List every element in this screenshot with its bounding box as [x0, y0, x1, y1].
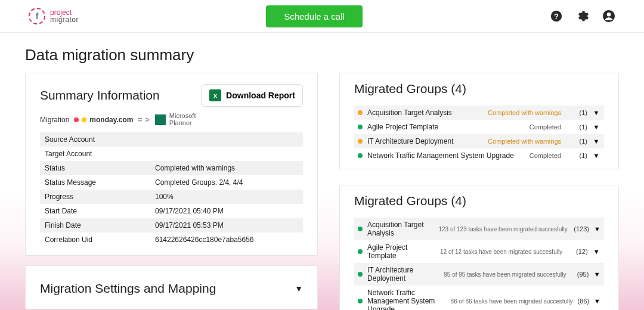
- summary-row-label: Correlation Uid: [45, 235, 155, 244]
- summary-row-label: Target Account: [45, 150, 155, 158]
- group-status-row[interactable]: Acquisition Target AnalysisCompleted wit…: [354, 106, 604, 120]
- migration-label: Migration: [40, 116, 69, 124]
- chevron-down-icon[interactable]: ▼: [295, 284, 303, 293]
- group-status-row[interactable]: IT Architecture DeploymentCompleted with…: [354, 134, 604, 148]
- source-brand: monday.com: [74, 116, 133, 124]
- status-dot-icon: [358, 139, 363, 144]
- chevron-down-icon[interactable]: ▼: [592, 138, 600, 145]
- group-count: (95): [571, 271, 589, 278]
- settings-card: Migration Settings and Mapping ▼: [25, 265, 318, 309]
- group-count: (1): [566, 109, 587, 116]
- summary-row: Finish Date09/17/2021 05:53 PM: [40, 218, 303, 232]
- summary-row: Correlation Uid61422626426cc180e7aba5656: [40, 232, 303, 247]
- summary-row: Target Account: [40, 147, 303, 161]
- group-name: Acquisition Target Analysis: [367, 108, 483, 117]
- summary-row-label: Start Date: [45, 207, 155, 215]
- chevron-down-icon[interactable]: ▼: [593, 248, 600, 255]
- chevron-down-icon[interactable]: ▼: [592, 152, 600, 159]
- brand-logo: f project migrator: [29, 8, 79, 24]
- group-tasks-row[interactable]: Agile Project Template12 of 12 tasks hav…: [354, 240, 604, 263]
- chevron-down-icon[interactable]: ▼: [593, 271, 600, 278]
- groups-tasks-heading: Migrated Groups (4): [354, 194, 604, 208]
- group-task-message: 95 of 95 tasks have been migrated succes…: [444, 271, 566, 278]
- brand-mark-icon: f: [29, 8, 45, 24]
- status-dot-icon: [358, 249, 363, 254]
- summary-row: Start Date09/17/2021 05:40 PM: [40, 204, 303, 218]
- group-count: (86): [578, 297, 590, 305]
- download-report-button[interactable]: x Download Report: [202, 84, 303, 107]
- summary-row-value: Completed Groups: 2/4, 4/4: [155, 178, 243, 187]
- source-brand-text: monday.com: [89, 116, 133, 124]
- group-name: Agile Project Template: [367, 243, 435, 260]
- status-dot-icon: [358, 110, 363, 115]
- group-status-row[interactable]: Agile Project TemplateCompleted(1)▼: [354, 120, 604, 134]
- chevron-down-icon[interactable]: ▼: [592, 109, 600, 116]
- help-icon[interactable]: ?: [550, 10, 563, 23]
- group-count: (123): [572, 225, 589, 232]
- excel-icon: x: [209, 89, 221, 101]
- summary-row-label: Source Account: [45, 135, 155, 144]
- monday-dot-icon: [74, 117, 79, 122]
- group-count: (1): [566, 123, 587, 131]
- status-dot-icon: [358, 227, 363, 231]
- group-status: Completed: [530, 123, 561, 131]
- gear-icon[interactable]: [576, 10, 589, 23]
- summary-row-label: Finish Date: [45, 221, 155, 230]
- page-title: Data migration summary: [25, 46, 619, 64]
- summary-row-value: Completed with warnings: [155, 164, 235, 172]
- group-name: Network Traffic Management System Upgrad…: [367, 151, 525, 160]
- group-count: (1): [566, 152, 587, 159]
- summary-row-label: Progress: [45, 193, 155, 201]
- account-icon[interactable]: [602, 10, 615, 23]
- schedule-call-button[interactable]: Schedule a call: [266, 5, 363, 27]
- app-header: f project migrator Schedule a call ?: [0, 0, 644, 33]
- group-tasks-row[interactable]: Acquisition Target Analysis123 of 123 ta…: [354, 218, 604, 240]
- monday-dot-icon: [82, 117, 86, 122]
- status-dot-icon: [358, 299, 363, 303]
- summary-row-label: Status: [45, 164, 155, 172]
- group-name: Network Traffic Management System Upgrad…: [367, 289, 445, 310]
- status-dot-icon: [358, 272, 363, 277]
- summary-row: StatusCompleted with warnings: [40, 161, 303, 175]
- group-name: Agile Project Template: [367, 123, 525, 131]
- chevron-down-icon[interactable]: ▼: [592, 123, 600, 131]
- settings-heading: Migration Settings and Mapping: [40, 281, 216, 296]
- chevron-down-icon[interactable]: ▼: [594, 225, 600, 232]
- summary-row-value: 09/17/2021 05:53 PM: [155, 221, 224, 230]
- migrated-groups-status-card: Migrated Groups (4) Acquisition Target A…: [339, 73, 619, 169]
- groups-status-heading: Migrated Groups (4): [354, 82, 604, 96]
- group-status: Completed: [530, 152, 561, 159]
- target-brand-line1: Microsoft: [169, 112, 196, 119]
- group-task-message: 86 of 86 tasks have been migrated succes…: [450, 298, 572, 305]
- group-task-message: 12 of 12 tasks have been migrated succes…: [440, 249, 562, 255]
- groups-status-list: Acquisition Target AnalysisCompleted wit…: [354, 106, 604, 163]
- group-name: Acquisition Target Analysis: [367, 221, 434, 237]
- group-name: IT Architecture Deployment: [367, 266, 439, 283]
- group-task-message: 123 of 123 tasks have been migrated succ…: [438, 226, 567, 232]
- group-status-row[interactable]: Network Traffic Management System Upgrad…: [354, 148, 604, 163]
- page-body: Data migration summary Summary Informati…: [0, 33, 644, 310]
- download-report-label: Download Report: [226, 91, 295, 100]
- summary-row-label: Status Message: [45, 178, 155, 187]
- planner-logo-icon: [155, 114, 166, 125]
- summary-row-value: 61422626426cc180e7aba5656: [155, 235, 254, 244]
- group-status: Completed with warnings: [488, 138, 561, 145]
- summary-row-value: 09/17/2021 05:40 PM: [155, 207, 224, 215]
- group-status: Completed with warnings: [488, 109, 561, 116]
- brand-line2: migrator: [50, 16, 79, 23]
- svg-point-3: [607, 13, 611, 17]
- group-count: (12): [567, 248, 587, 255]
- arrow-icon: = >: [138, 116, 150, 124]
- status-dot-icon: [358, 125, 363, 129]
- summary-row: Progress100%: [40, 190, 303, 204]
- summary-card: Summary Information x Download Report Mi…: [25, 73, 318, 256]
- summary-row: Source Account: [40, 132, 303, 147]
- migration-path: Migration monday.com = > Microsoft Plann…: [40, 113, 303, 126]
- group-tasks-row[interactable]: IT Architecture Deployment95 of 95 tasks…: [354, 263, 604, 286]
- svg-text:?: ?: [554, 12, 559, 21]
- chevron-down-icon[interactable]: ▼: [594, 297, 600, 305]
- status-dot-icon: [358, 153, 363, 158]
- group-tasks-row[interactable]: Network Traffic Management System Upgrad…: [354, 286, 604, 310]
- summary-row: Status MessageCompleted Groups: 2/4, 4/4: [40, 175, 303, 190]
- target-brand-line2: Planner: [169, 119, 192, 126]
